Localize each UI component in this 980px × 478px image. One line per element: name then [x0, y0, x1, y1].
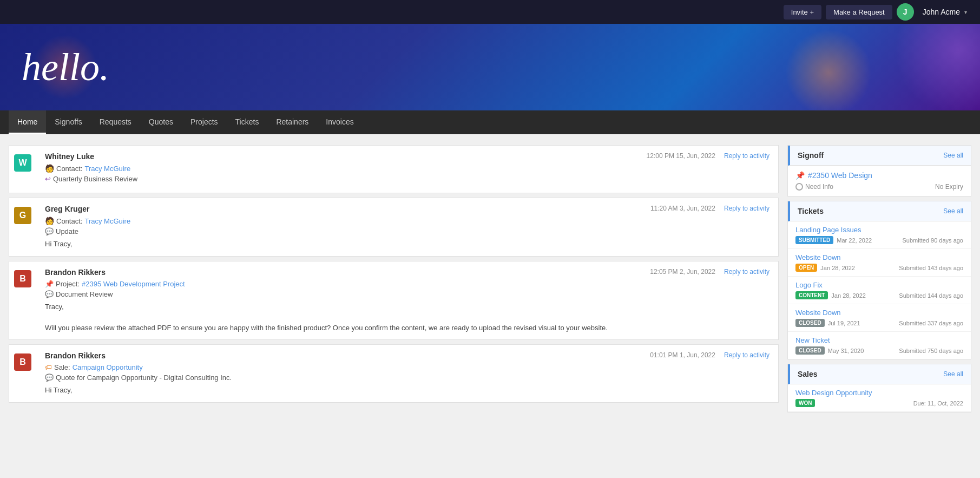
activity-time-1: 12:00 PM 15, Jun, 2022	[647, 152, 715, 160]
sidebar: Signoff See all 📌 #2350 Web Design Need …	[787, 145, 971, 417]
bubble-icon-3: 💬	[45, 290, 54, 298]
ticket-badge-3: Content	[795, 291, 828, 299]
sales-section-title: Sales	[798, 370, 818, 378]
status-circle-icon	[795, 183, 803, 191]
activity-name-3: Brandon Rikkers	[45, 268, 106, 277]
reply-link-2[interactable]: Reply to activity	[724, 205, 769, 212]
activity-project-3: 📌 Project: #2395 Web Development Project	[45, 280, 769, 288]
sale-link-4[interactable]: Campaign Opportunity	[73, 363, 143, 371]
project-link-3[interactable]: #2395 Web Development Project	[82, 280, 185, 288]
reply-subject-icon-1: ↩	[45, 175, 51, 183]
ticket-ago-2: Submitted 143 days ago	[899, 265, 963, 271]
activity-body-2: Greg Kruger 11:20 AM 3, Jun, 2022 Reply …	[36, 198, 778, 256]
nav-item-invoices[interactable]: Invoices	[317, 110, 362, 134]
activity-card-1: W Whitney Luke 12:00 PM 15, Jun, 2022 Re…	[9, 145, 779, 193]
activity-subject-3: 💬 Document Review	[45, 290, 769, 298]
ticket-item-3: Logo Fix Content Jan 28, 2022 Submitted …	[788, 277, 971, 304]
ticket-meta-5: Closed May 31, 2020 Submitted 750 days a…	[795, 346, 963, 355]
user-menu[interactable]: John Acme ▾	[918, 5, 971, 18]
nav-item-quotes[interactable]: Quotes	[140, 110, 182, 134]
ticket-ago-5: Submitted 750 days ago	[899, 348, 963, 354]
contact-icon-1: 🧑	[45, 164, 54, 173]
nav-item-signoffs[interactable]: Signoffs	[46, 110, 90, 134]
ticket-item-2: Website Down Open Jan 28, 2022 Submitted…	[788, 249, 971, 277]
activity-card-3: B Brandon Rikkers 12:05 PM 2, Jun, 2022 …	[9, 261, 779, 341]
chevron-down-icon: ▾	[964, 9, 967, 15]
signoff-status-row-1: Need Info No Expiry	[795, 183, 963, 191]
sales-see-all[interactable]: See all	[943, 370, 963, 378]
signoff-status-1: Need Info	[795, 183, 833, 191]
nav-item-home[interactable]: Home	[9, 110, 46, 134]
contact-link-1[interactable]: Tracy McGuire	[84, 165, 130, 173]
hero-banner: hello.	[0, 24, 980, 110]
sales-meta-1: Won Due: 11, Oct, 2022	[795, 399, 963, 407]
ticket-name-5[interactable]: New Ticket	[795, 336, 963, 344]
ticket-item-1: Landing Page Issues Submitted Mar 22, 20…	[788, 221, 971, 249]
invite-button[interactable]: Invite +	[784, 5, 821, 19]
ticket-left-2: Open Jan 28, 2022	[795, 264, 855, 272]
main-nav: HomeSignoffsRequestsQuotesProjectsTicket…	[0, 110, 980, 134]
ticket-badge-5: Closed	[795, 346, 825, 355]
activity-card-4: B Brandon Rikkers 01:01 PM 1, Jun, 2022 …	[9, 344, 779, 403]
contact-link-2[interactable]: Tracy McGuire	[84, 217, 130, 225]
user-avatar-icon: J	[897, 3, 914, 21]
avatar-initial-2: G	[14, 207, 31, 224]
top-bar: Invite + Make a Request J John Acme ▾	[0, 0, 980, 24]
activity-name-4: Brandon Rikkers	[45, 351, 106, 360]
ticket-item-4: Website Down Closed Jul 19, 2021 Submitt…	[788, 304, 971, 332]
ticket-meta-2: Open Jan 28, 2022 Submitted 143 days ago	[795, 264, 963, 272]
ticket-ago-1: Submitted 90 days ago	[902, 237, 963, 244]
sales-name-1[interactable]: Web Design Opportunity	[795, 389, 963, 397]
ticket-name-4[interactable]: Website Down	[795, 309, 963, 317]
signoff-title-link-1[interactable]: 📌 #2350 Web Design	[795, 171, 963, 180]
nav-item-tickets[interactable]: Tickets	[227, 110, 268, 134]
activity-header-3: Brandon Rikkers 12:05 PM 2, Jun, 2022 Re…	[45, 268, 769, 277]
tickets-section-title: Tickets	[798, 207, 824, 215]
nav-item-retainers[interactable]: Retainers	[267, 110, 317, 134]
ticket-left-4: Closed Jul 19, 2021	[795, 319, 860, 327]
activity-sale-4: 🏷 Sale: Campaign Opportunity	[45, 363, 769, 371]
activity-subject-1: ↩ Quarterly Business Review	[45, 175, 769, 183]
ticket-name-2[interactable]: Website Down	[795, 253, 963, 261]
avatar-initial-3: B	[14, 270, 31, 287]
user-name: John Acme	[923, 8, 960, 16]
signoff-see-all[interactable]: See all	[943, 152, 963, 159]
activity-body-1: Whitney Luke 12:00 PM 15, Jun, 2022 Repl…	[36, 146, 778, 193]
activity-avatar-2: G	[9, 198, 36, 256]
sales-section-header: Sales See all	[788, 364, 971, 384]
sales-badge-1: Won	[795, 399, 815, 407]
activity-body-4: Brandon Rikkers 01:01 PM 1, Jun, 2022 Re…	[36, 345, 778, 402]
reply-link-3[interactable]: Reply to activity	[724, 268, 769, 276]
activity-header-1: Whitney Luke 12:00 PM 15, Jun, 2022 Repl…	[45, 152, 769, 161]
activity-avatar-1: W	[9, 146, 36, 193]
ticket-meta-4: Closed Jul 19, 2021 Submitted 337 days a…	[795, 319, 963, 327]
ticket-meta-3: Content Jan 28, 2022 Submitted 144 days …	[795, 291, 963, 299]
activity-header-4: Brandon Rikkers 01:01 PM 1, Jun, 2022 Re…	[45, 351, 769, 360]
bubble-icon-4: 💬	[45, 374, 54, 382]
signoff-item-1: 📌 #2350 Web Design Need Info No Expiry	[788, 166, 971, 196]
ticket-meta-1: Submitted Mar 22, 2022 Submitted 90 days…	[795, 236, 963, 244]
contact-icon-2: 🧑	[45, 217, 54, 225]
activity-content-3: Tracy, Will you please review the attach…	[45, 302, 769, 333]
avatar-initial-1: W	[14, 154, 31, 172]
ticket-name-3[interactable]: Logo Fix	[795, 281, 963, 289]
nav-item-projects[interactable]: Projects	[182, 110, 227, 134]
ticket-date-5: May 31, 2020	[828, 348, 864, 354]
ticket-badge-2: Open	[795, 264, 817, 272]
activity-meta-4: 01:01 PM 1, Jun, 2022 Reply to activity	[650, 351, 769, 359]
make-request-button[interactable]: Make a Request	[826, 5, 892, 19]
signoff-pin-icon: 📌	[795, 171, 805, 180]
ticket-name-1[interactable]: Landing Page Issues	[795, 226, 963, 234]
nav-item-requests[interactable]: Requests	[91, 110, 140, 134]
ticket-date-4: Jul 19, 2021	[828, 320, 860, 326]
avatar-initial-4: B	[14, 353, 31, 371]
signoff-section: Signoff See all 📌 #2350 Web Design Need …	[787, 145, 971, 197]
signoff-section-title: Signoff	[798, 151, 824, 160]
activity-name-1: Whitney Luke	[45, 152, 94, 161]
activity-avatar-4: B	[9, 345, 36, 402]
activity-name-2: Greg Kruger	[45, 205, 89, 213]
tickets-see-all[interactable]: See all	[943, 207, 963, 215]
reply-link-1[interactable]: Reply to activity	[724, 152, 769, 160]
activity-card-2: G Greg Kruger 11:20 AM 3, Jun, 2022 Repl…	[9, 198, 779, 257]
reply-link-4[interactable]: Reply to activity	[724, 351, 769, 359]
